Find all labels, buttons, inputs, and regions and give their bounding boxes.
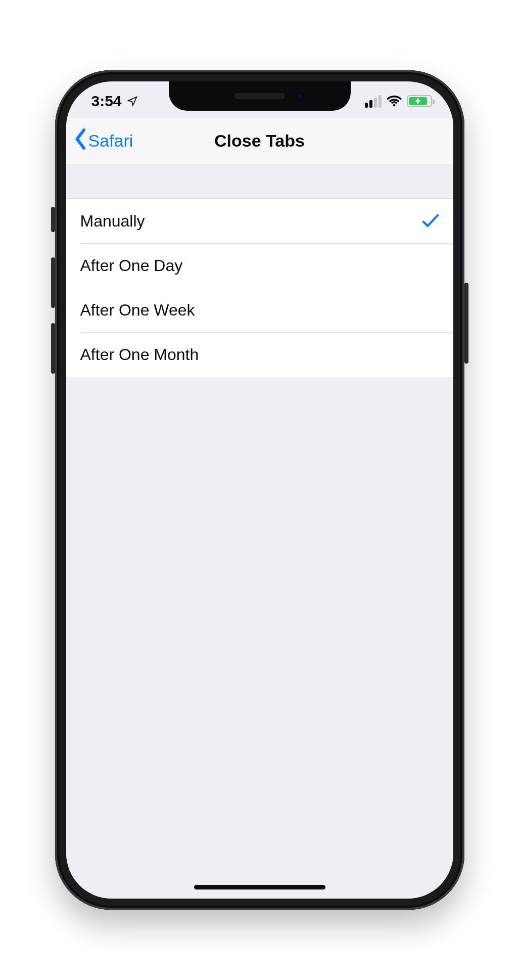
- option-after-one-week[interactable]: After One Week: [66, 288, 453, 332]
- screen: 3:54: [66, 81, 453, 899]
- side-button[interactable]: [464, 283, 468, 364]
- option-manually[interactable]: Manually: [66, 199, 453, 243]
- mute-switch[interactable]: [51, 207, 55, 232]
- back-button[interactable]: Safari: [73, 118, 133, 164]
- volume-up-button[interactable]: [51, 257, 55, 308]
- content-area: Manually After One Day After One Week: [66, 164, 453, 899]
- options-list: Manually After One Day After One Week: [66, 199, 453, 377]
- page-title: Close Tabs: [214, 131, 305, 151]
- wifi-icon: [387, 96, 402, 107]
- back-label: Safari: [88, 131, 133, 151]
- battery-charging-icon: [407, 95, 432, 107]
- notch: [169, 81, 351, 111]
- section-gap: [66, 164, 453, 199]
- front-camera: [295, 92, 304, 101]
- navigation-bar: Safari Close Tabs: [66, 118, 453, 164]
- option-label: After One Month: [80, 345, 199, 364]
- option-after-one-month[interactable]: After One Month: [66, 332, 453, 377]
- option-after-one-day[interactable]: After One Day: [66, 243, 453, 288]
- location-arrow-icon: [127, 96, 138, 107]
- home-indicator[interactable]: [194, 885, 325, 889]
- volume-down-button[interactable]: [51, 323, 55, 374]
- checkmark-icon: [422, 213, 439, 229]
- status-time: 3:54: [91, 93, 122, 110]
- earpiece-speaker: [234, 93, 285, 99]
- option-label: Manually: [80, 212, 145, 231]
- status-bar-left: 3:54: [91, 93, 138, 110]
- status-bar-right: [365, 95, 432, 108]
- cell-signal-icon: [365, 95, 382, 108]
- device-frame: 3:54: [55, 70, 464, 910]
- chevron-left-icon: [73, 128, 88, 154]
- option-label: After One Week: [80, 301, 195, 320]
- option-label: After One Day: [80, 256, 183, 275]
